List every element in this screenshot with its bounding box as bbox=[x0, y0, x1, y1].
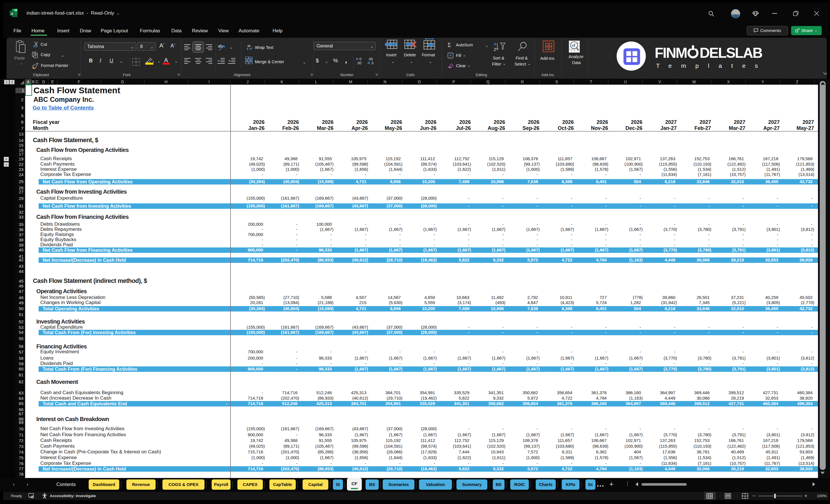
svg-text:Z: Z bbox=[493, 47, 496, 52]
svg-text:A: A bbox=[493, 41, 497, 46]
svg-text:.00: .00 bbox=[357, 61, 361, 65]
svg-text:DELSLAB: DELSLAB bbox=[700, 45, 762, 61]
svg-text:.0: .0 bbox=[371, 61, 374, 65]
svg-text:c: c bbox=[247, 47, 248, 50]
svg-text:x: x bbox=[11, 11, 13, 16]
svg-text:FINM: FINM bbox=[655, 45, 687, 61]
svg-text:0: 0 bbox=[359, 57, 361, 61]
svg-text:.00: .00 bbox=[368, 57, 373, 61]
